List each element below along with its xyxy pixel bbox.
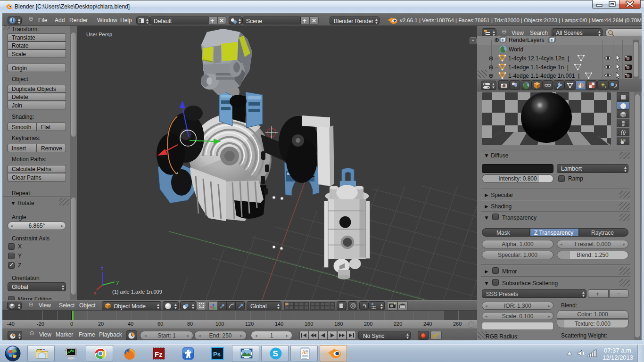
svg-text:Ps: Ps [213, 351, 221, 358]
svg-text:(1) axle 1.axle 1n.009: (1) axle 1.axle 1n.009 [112, 289, 162, 295]
svg-text:x: x [94, 290, 96, 296]
svg-text:Fz: Fz [155, 350, 163, 358]
svg-text:S: S [273, 349, 278, 358]
svg-text:y: y [116, 280, 119, 285]
svg-text:z: z [101, 266, 103, 271]
svg-text:User Persp: User Persp [86, 32, 112, 37]
svg-text:A: A [302, 349, 306, 355]
